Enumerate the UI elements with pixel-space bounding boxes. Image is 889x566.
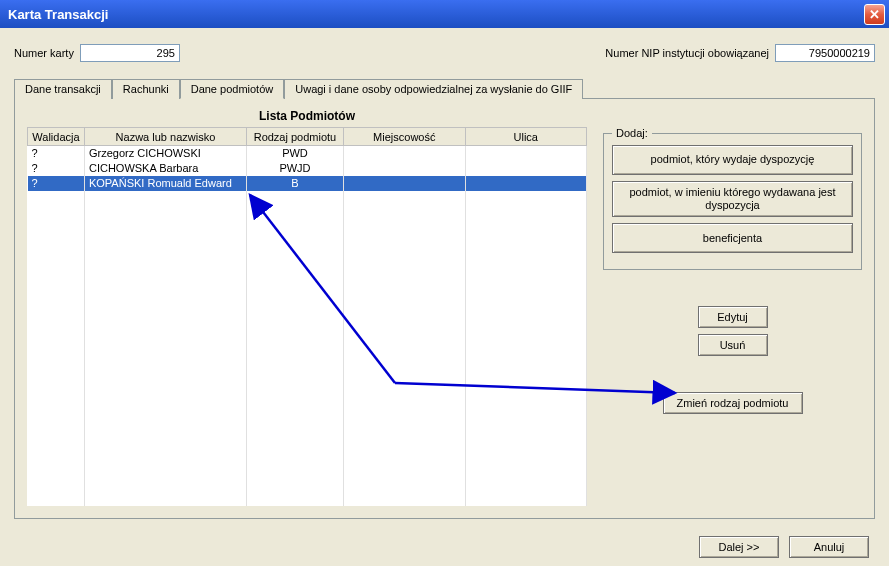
- table-cell: [344, 431, 465, 446]
- table-cell: [246, 206, 343, 221]
- th-walidacja[interactable]: Walidacja: [28, 128, 85, 146]
- table-row[interactable]: [28, 371, 587, 386]
- table-row[interactable]: [28, 431, 587, 446]
- table-cell: [465, 356, 587, 371]
- table-cell: [465, 236, 587, 251]
- table-row[interactable]: [28, 401, 587, 416]
- table-cell: [344, 371, 465, 386]
- table-cell: [465, 251, 587, 266]
- table-row[interactable]: [28, 206, 587, 221]
- table-cell: [344, 281, 465, 296]
- side-panel: Dodaj: podmiot, który wydaje dyspozycję …: [603, 127, 862, 506]
- input-nip[interactable]: [775, 44, 875, 62]
- table-cell: [246, 281, 343, 296]
- table-row[interactable]: [28, 476, 587, 491]
- table-cell: [344, 446, 465, 461]
- tab-uwagi[interactable]: Uwagi i dane osoby odpowiedzialnej za wy…: [284, 79, 583, 99]
- table-row[interactable]: [28, 326, 587, 341]
- table-row[interactable]: [28, 251, 587, 266]
- table-cell: Grzegorz CICHOWSKI: [84, 146, 246, 161]
- table-cell: [246, 416, 343, 431]
- table-cell: [28, 371, 85, 386]
- table-cell: CICHOWSKA Barbara: [84, 161, 246, 176]
- btn-anuluj[interactable]: Anuluj: [789, 536, 869, 558]
- btn-edytuj[interactable]: Edytuj: [698, 306, 768, 328]
- table-row[interactable]: [28, 341, 587, 356]
- table-cell: [465, 416, 587, 431]
- btn-beneficjenta[interactable]: beneficjenta: [612, 223, 853, 253]
- table-row[interactable]: ?CICHOWSKA BarbaraPWJD: [28, 161, 587, 176]
- table-row[interactable]: [28, 296, 587, 311]
- table-cell: [344, 311, 465, 326]
- table-cell: [84, 506, 246, 507]
- table-cell: [465, 281, 587, 296]
- table-row[interactable]: [28, 491, 587, 506]
- table-cell: [84, 371, 246, 386]
- table-cell: [344, 386, 465, 401]
- table-row[interactable]: ?KOPAŃSKI Romuald EdwardB: [28, 176, 587, 191]
- table-row[interactable]: [28, 281, 587, 296]
- table-row[interactable]: [28, 461, 587, 476]
- table-row[interactable]: [28, 416, 587, 431]
- table-cell: [28, 416, 85, 431]
- table-cell: [465, 206, 587, 221]
- table-cell: KOPAŃSKI Romuald Edward: [84, 176, 246, 191]
- table-row[interactable]: [28, 236, 587, 251]
- btn-dalej[interactable]: Dalej >>: [699, 536, 779, 558]
- th-miejscowosc[interactable]: Miejscowość: [344, 128, 465, 146]
- table-cell: [84, 221, 246, 236]
- table-cell: [465, 311, 587, 326]
- table-row[interactable]: ?Grzegorz CICHOWSKIPWD: [28, 146, 587, 161]
- th-rodzaj[interactable]: Rodzaj podmiotu: [246, 128, 343, 146]
- table-cell: [246, 341, 343, 356]
- btn-podmiot-wydaje[interactable]: podmiot, który wydaje dyspozycję: [612, 145, 853, 175]
- table-cell: [28, 311, 85, 326]
- tab-dane-transakcji[interactable]: Dane transakcji: [14, 79, 112, 99]
- table-cell: PWJD: [246, 161, 343, 176]
- th-nazwa[interactable]: Nazwa lub nazwisko: [84, 128, 246, 146]
- table-cell: [465, 491, 587, 506]
- table-cell: [28, 266, 85, 281]
- table-cell: [28, 206, 85, 221]
- table-row[interactable]: [28, 221, 587, 236]
- entities-table[interactable]: Walidacja Nazwa lub nazwisko Rodzaj podm…: [27, 127, 587, 506]
- table-row[interactable]: [28, 191, 587, 206]
- table-cell: [246, 191, 343, 206]
- table-cell: [84, 251, 246, 266]
- table-cell: [246, 476, 343, 491]
- table-cell: ?: [28, 161, 85, 176]
- table-wrap: Walidacja Nazwa lub nazwisko Rodzaj podm…: [27, 127, 587, 506]
- btn-zmien-rodzaj[interactable]: Zmień rodzaj podmiotu: [663, 392, 803, 414]
- tab-rachunki[interactable]: Rachunki: [112, 79, 180, 99]
- table-cell: [465, 146, 587, 161]
- table-row[interactable]: [28, 266, 587, 281]
- dodaj-group: Dodaj: podmiot, który wydaje dyspozycję …: [603, 127, 862, 270]
- table-cell: [84, 491, 246, 506]
- table-cell: [84, 326, 246, 341]
- table-row[interactable]: [28, 446, 587, 461]
- table-cell: [465, 461, 587, 476]
- table-cell: [84, 266, 246, 281]
- close-icon[interactable]: ✕: [864, 4, 885, 25]
- table-cell: [28, 281, 85, 296]
- table-cell: [246, 236, 343, 251]
- btn-usun[interactable]: Usuń: [698, 334, 768, 356]
- input-numer-karty[interactable]: [80, 44, 180, 62]
- window-body: Numer karty Numer NIP instytucji obowiąz…: [0, 28, 889, 566]
- th-ulica[interactable]: Ulica: [465, 128, 587, 146]
- table-cell: [465, 341, 587, 356]
- table-cell: [344, 506, 465, 507]
- table-row[interactable]: [28, 311, 587, 326]
- tab-strip: Dane transakcji Rachunki Dane podmiotów …: [14, 78, 875, 99]
- table-row[interactable]: [28, 506, 587, 507]
- table-cell: [84, 401, 246, 416]
- label-numer-karty: Numer karty: [14, 47, 74, 59]
- table-row[interactable]: [28, 356, 587, 371]
- table-cell: [246, 266, 343, 281]
- table-row[interactable]: [28, 386, 587, 401]
- btn-podmiot-imieniu[interactable]: podmiot, w imieniu którego wydawana jest…: [612, 181, 853, 217]
- table-cell: B: [246, 176, 343, 191]
- table-cell: [84, 311, 246, 326]
- table-cell: [344, 491, 465, 506]
- tab-dane-podmiotow[interactable]: Dane podmiotów: [180, 79, 285, 99]
